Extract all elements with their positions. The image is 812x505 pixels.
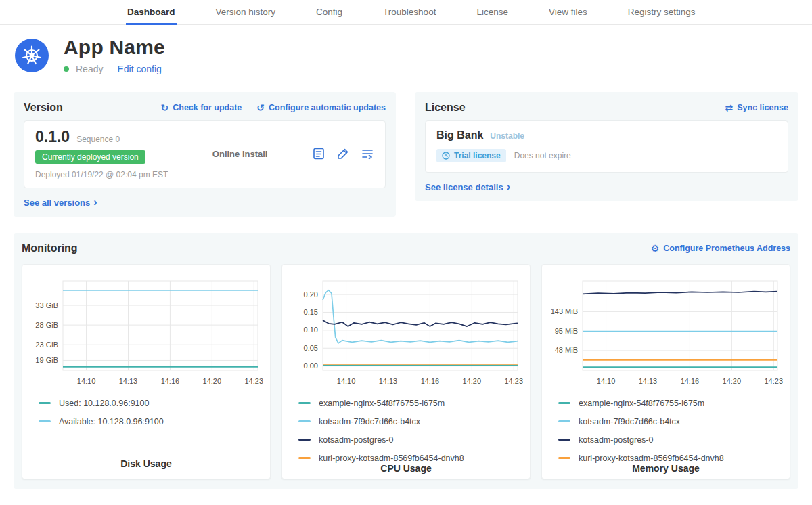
- edit-preflight-icon[interactable]: [336, 147, 350, 160]
- auto-update-icon: ↺: [256, 103, 265, 112]
- svg-text:14:20: 14:20: [203, 377, 222, 385]
- tab-troubleshoot[interactable]: Troubleshoot: [382, 0, 437, 25]
- legend-color-dash: [298, 402, 311, 404]
- refresh-icon: ↻: [160, 103, 168, 112]
- svg-text:14:10: 14:10: [337, 377, 356, 385]
- legend-item: Used: 10.128.0.96:9100: [39, 399, 263, 408]
- legend-item: kurl-proxy-kotsadm-8569fb6454-dnvh8: [298, 454, 523, 463]
- version-card-title: Version: [24, 102, 63, 114]
- cards-row: Version ↻ Check for update ↺ Configure a…: [0, 74, 812, 217]
- license-card: License ⇄ Sync license Big Bank Unstable…: [415, 92, 798, 201]
- cpu-usage-chart-card: 14:1014:1314:1614:2014:230.200.150.100.0…: [281, 264, 531, 479]
- tab-license[interactable]: License: [475, 0, 510, 25]
- svg-text:14:20: 14:20: [463, 377, 482, 385]
- version-card: Version ↻ Check for update ↺ Configure a…: [14, 92, 396, 217]
- legend-label: kotsadm-7f9dc7d66c-b4tcx: [319, 417, 420, 426]
- legend-color-dash: [39, 402, 51, 404]
- see-license-details-link[interactable]: See license details ›: [425, 181, 510, 192]
- version-actions: [312, 147, 374, 160]
- version-number: 0.1.0: [35, 128, 70, 146]
- check-for-update-button[interactable]: ↻ Check for update: [160, 103, 242, 112]
- configure-automatic-updates-button[interactable]: ↺ Configure automatic updates: [256, 103, 386, 112]
- configure-prometheus-button[interactable]: ⚙ Configure Prometheus Address: [651, 244, 790, 253]
- svg-text:95 MiB: 95 MiB: [555, 326, 578, 334]
- top-nav: Dashboard Version history Config Trouble…: [0, 0, 812, 25]
- legend-label: kurl-proxy-kotsadm-8569fb6454-dnvh8: [319, 454, 464, 463]
- svg-text:143 MiB: 143 MiB: [551, 307, 578, 315]
- version-info: 0.1.0 Sequence 0 Currently deployed vers…: [35, 128, 168, 179]
- disk-usage-plot: 14:1014:1314:1614:2014:2333 GiB28 GiB23 …: [29, 274, 263, 389]
- see-all-versions-link[interactable]: See all versions ›: [24, 197, 97, 208]
- legend-color-dash: [558, 439, 570, 441]
- trial-license-badge: Trial license: [436, 149, 506, 162]
- tab-view-files[interactable]: View files: [547, 0, 589, 25]
- deployed-timestamp: Deployed 01/19/22 @ 02:04 pm EST: [35, 170, 168, 179]
- legend-item: example-nginx-54f8f76755-l675m: [558, 399, 783, 408]
- svg-text:14:16: 14:16: [421, 377, 440, 385]
- clock-icon: [442, 152, 450, 160]
- version-sequence: Sequence 0: [76, 135, 120, 144]
- svg-text:14:23: 14:23: [764, 377, 783, 385]
- app-header: App Name Ready Edit config: [0, 25, 812, 74]
- svg-text:14:16: 14:16: [681, 377, 700, 385]
- license-customer-name: Big Bank: [436, 129, 483, 141]
- legend-item: kurl-proxy-kotsadm-8569fb6454-dnvh8: [558, 454, 783, 463]
- disk-usage-legend: Used: 10.128.0.96:9100Available: 10.128.…: [29, 399, 263, 426]
- tab-version-history[interactable]: Version history: [215, 0, 277, 25]
- cpu-usage-legend: example-nginx-54f8f76755-l675mkotsadm-7f…: [289, 399, 523, 463]
- disk-usage-chart-card: 14:1014:1314:1614:2014:2333 GiB28 GiB23 …: [22, 264, 271, 479]
- deploy-logs-icon[interactable]: [361, 147, 374, 160]
- monitoring-title: Monitoring: [22, 242, 78, 255]
- svg-text:14:13: 14:13: [119, 377, 138, 385]
- legend-item: kotsadm-postgres-0: [298, 435, 523, 445]
- svg-text:14:13: 14:13: [639, 377, 658, 385]
- cpu-usage-plot: 14:1014:1314:1614:2014:230.200.150.100.0…: [289, 274, 523, 389]
- svg-text:0.05: 0.05: [304, 343, 318, 351]
- sync-icon: ⇄: [725, 103, 734, 112]
- kubernetes-logo-icon: [15, 39, 49, 72]
- memory-usage-chart-card: 14:1014:1314:1614:2014:23143 MiB95 MiB48…: [541, 264, 790, 479]
- svg-text:14:20: 14:20: [723, 377, 742, 385]
- license-expiry: Does not expire: [514, 151, 571, 160]
- tab-config[interactable]: Config: [315, 0, 344, 25]
- legend-label: kotsadm-postgres-0: [579, 435, 653, 445]
- sync-license-button[interactable]: ⇄ Sync license: [725, 103, 788, 112]
- legend-label: Used: 10.128.0.96:9100: [59, 399, 149, 408]
- disk-usage-title: Disk Usage: [29, 458, 263, 470]
- legend-color-dash: [39, 420, 51, 422]
- legend-label: example-nginx-54f8f76755-l675m: [319, 399, 445, 408]
- svg-text:19 GiB: 19 GiB: [35, 355, 58, 364]
- edit-config-link[interactable]: Edit config: [117, 64, 161, 74]
- legend-label: Available: 10.128.0.96:9100: [59, 417, 164, 426]
- license-details-box: Big Bank Unstable Trial license Does not…: [425, 120, 788, 173]
- svg-text:14:16: 14:16: [161, 377, 180, 385]
- legend-item: Available: 10.128.0.96:9100: [39, 417, 263, 426]
- svg-text:14:23: 14:23: [504, 377, 523, 385]
- legend-label: kotsadm-postgres-0: [319, 435, 393, 445]
- svg-text:23 GiB: 23 GiB: [35, 340, 58, 348]
- status-text: Ready: [76, 64, 103, 74]
- divider: [110, 64, 110, 74]
- release-notes-icon[interactable]: [312, 147, 325, 160]
- svg-text:28 GiB: 28 GiB: [35, 320, 58, 328]
- legend-item: example-nginx-54f8f76755-l675m: [298, 399, 523, 408]
- svg-text:14:10: 14:10: [77, 377, 96, 385]
- legend-color-dash: [298, 420, 311, 422]
- legend-label: example-nginx-54f8f76755-l675m: [579, 399, 704, 408]
- legend-color-dash: [558, 420, 570, 422]
- svg-text:14:10: 14:10: [597, 377, 616, 385]
- license-card-title: License: [425, 102, 466, 114]
- legend-color-dash: [298, 439, 311, 441]
- svg-text:14:23: 14:23: [244, 377, 263, 385]
- charts-row: 14:1014:1314:1614:2014:2333 GiB28 GiB23 …: [22, 264, 790, 479]
- svg-text:14:13: 14:13: [379, 377, 398, 385]
- tab-registry-settings[interactable]: Registry settings: [627, 0, 697, 25]
- license-channel: Unstable: [490, 131, 524, 141]
- tab-dashboard[interactable]: Dashboard: [126, 0, 177, 25]
- legend-item: kotsadm-7f9dc7d66c-b4tcx: [298, 417, 523, 426]
- deployed-version-badge: Currently deployed version: [35, 150, 145, 164]
- legend-label: kurl-proxy-kotsadm-8569fb6454-dnvh8: [579, 454, 724, 463]
- monitoring-section: Monitoring ⚙ Configure Prometheus Addres…: [14, 233, 798, 489]
- gear-icon: ⚙: [651, 244, 660, 253]
- deployed-version-box: 0.1.0 Sequence 0 Currently deployed vers…: [24, 120, 386, 188]
